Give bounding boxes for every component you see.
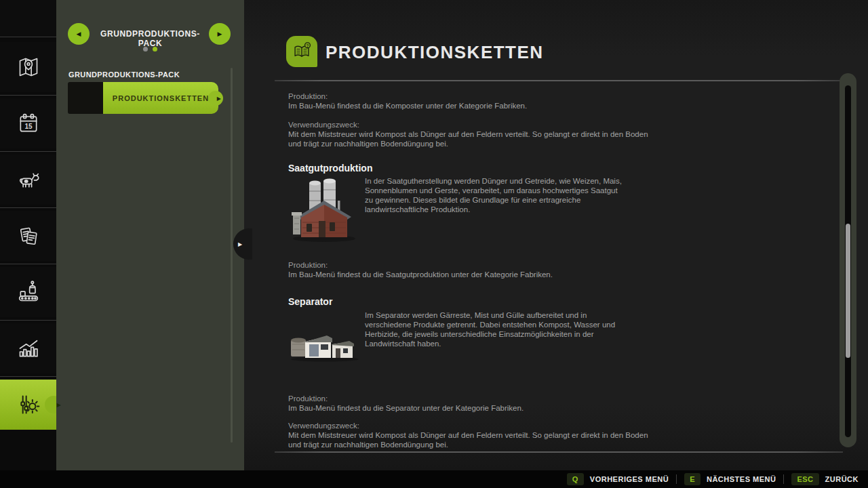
chevron-right-icon: ▶ [218, 30, 222, 37]
content-divider-top [275, 80, 843, 81]
seed-production-factory-image [289, 175, 359, 245]
category-carousel: ◀ GRUNDPRODUKTIONS-PACK ▶ [56, 23, 244, 46]
verwendungszweck-label: Verwendungszweck: [288, 120, 359, 129]
page-title: PRODUKTIONSKETTEN [326, 42, 544, 63]
produktion-text: Im Bau-Menü findest du die Komposter unt… [288, 101, 695, 110]
calendar-icon: 15 [15, 110, 42, 137]
statistics-icon [15, 335, 42, 362]
main-menu-sidebar: 15 [0, 0, 56, 470]
sidebar-item-production[interactable] [0, 267, 56, 317]
sidebar-item-map[interactable] [0, 42, 56, 92]
panel-section-label: GRUNDPRODUKTIONS-PACK [68, 70, 180, 79]
content-divider-bottom [275, 451, 843, 453]
saatgut-produktion-text: Im Bau-Menü findest du die Saatgutproduk… [288, 270, 695, 279]
help-book-badge: ? [286, 36, 317, 67]
hint-separator [676, 474, 677, 484]
sidebar-item-help-settings[interactable]: ▶ [0, 380, 56, 430]
sidebar-item-calendar[interactable]: 15 [0, 98, 56, 148]
carousel-next-button[interactable]: ▶ [209, 23, 231, 45]
sidebar-item-contracts[interactable] [0, 211, 56, 261]
hint-previous-menu[interactable]: Q VORHERIGES MENÜ [567, 473, 669, 485]
carousel-title: GRUNDPRODUKTIONS-PACK [92, 29, 209, 48]
sidebar-item-animals[interactable] [0, 155, 56, 205]
topic-arrow-icon: ▶ [217, 95, 221, 101]
sidebar-item-statistics[interactable] [0, 323, 56, 373]
game-help-screen: 15 [0, 0, 868, 488]
pagination-dot [143, 47, 148, 52]
animals-icon [15, 166, 42, 193]
production-icon [15, 279, 42, 306]
active-tab-arrow-icon: ▶ [57, 402, 61, 408]
separator-building-image [289, 329, 361, 365]
pagination-dot-active [153, 47, 157, 52]
separator-verwendungszweck-text: Mit dem Miststreuer wird Kompost als Dün… [288, 430, 658, 449]
input-hints-bar: Q VORHERIGES MENÜ E NÄCHSTES MENÜ ESC ZU… [0, 470, 868, 488]
carousel-prev-button[interactable]: ◀ [68, 23, 90, 45]
help-book-icon: ? [290, 40, 313, 63]
content-scrollbar-thumb[interactable] [846, 224, 850, 358]
separator-verwendungszweck-label: Verwendungszweck: [288, 421, 359, 430]
key-e: E [684, 473, 701, 485]
carousel-pagination [56, 47, 244, 52]
help-settings-icon [15, 391, 42, 418]
hint-back[interactable]: ESC ZURÜCK [791, 473, 859, 485]
calendar-day: 15 [24, 123, 33, 130]
chevron-left-icon: ◀ [77, 30, 81, 37]
section-heading-saatgutproduktion: Saatgutproduktion [288, 163, 372, 174]
help-content-area: ? PRODUKTIONSKETTEN Produktion: Im Bau-M… [244, 0, 868, 470]
separator-produktion-text: Im Bau-Menü findest du die Separator unt… [288, 403, 695, 413]
sidebar-separator [0, 376, 56, 377]
topic-tab: PRODUKTIONSKETTEN ▶ [103, 82, 218, 114]
hint-next-menu[interactable]: E NÄCHSTES MENÜ [684, 473, 776, 485]
separator-description: Im Separator werden Gärreste, Mist und G… [365, 310, 629, 348]
help-category-panel: ◀ GRUNDPRODUKTIONS-PACK ▶ GRUNDPRODUKTIO… [56, 0, 244, 470]
handle-arrow-icon: ▶ [238, 241, 242, 247]
sidebar-separator [0, 320, 56, 321]
hint-previous-menu-label: VORHERIGES MENÜ [590, 475, 669, 483]
separator-produktion-label: Produktion: [288, 394, 328, 403]
produktion-label: Produktion: [288, 92, 328, 101]
hint-next-menu-label: NÄCHSTES MENÜ [707, 475, 776, 483]
saatgut-description: In der Saatgutherstellung werden Dünger … [365, 176, 626, 214]
panel-scrollbar[interactable] [231, 68, 233, 443]
key-esc: ESC [791, 473, 818, 485]
hint-separator [783, 474, 784, 484]
section-heading-separator: Separator [288, 296, 332, 307]
contracts-icon [15, 222, 42, 249]
topic-thumbnail-slot [68, 82, 103, 114]
svg-text:?: ? [307, 43, 309, 48]
saatgut-produktion-label: Produktion: [288, 260, 328, 270]
sidebar-top-spacer [0, 0, 56, 37]
key-q: Q [567, 473, 584, 485]
verwendungszweck-text: Mit dem Miststreuer wird Kompost als Dün… [288, 129, 658, 148]
topic-label: PRODUKTIONSKETTEN [113, 94, 209, 102]
map-icon [15, 54, 42, 81]
hint-back-label: ZURÜCK [825, 475, 859, 483]
help-topic-produktionsketten[interactable]: PRODUKTIONSKETTEN ▶ [68, 82, 218, 114]
sidebar-separator [0, 264, 56, 264]
sidebar-separator [0, 95, 56, 96]
sidebar-separator [0, 151, 56, 152]
sidebar-separator [0, 207, 56, 208]
